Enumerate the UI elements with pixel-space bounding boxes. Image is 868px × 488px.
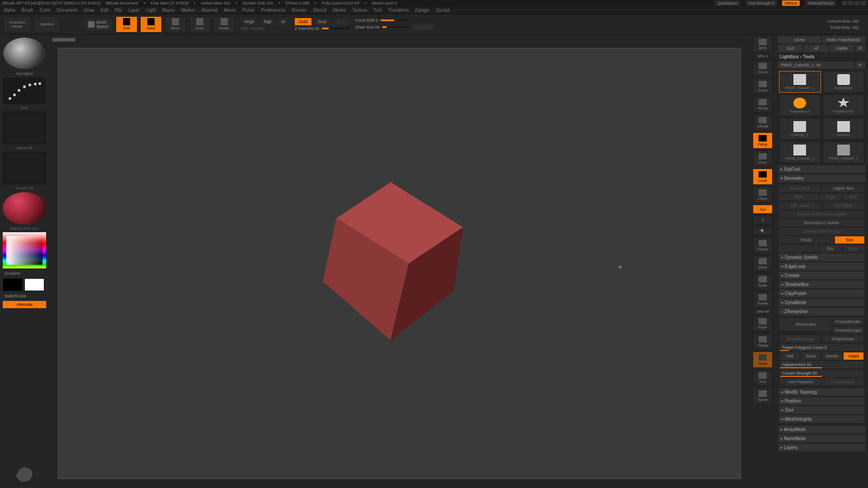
use-polypaint-button[interactable]: Use Polypaint xyxy=(780,378,821,385)
adaptive-size-slider[interactable]: AdaptiveSize 50 xyxy=(780,361,863,368)
menu-render[interactable]: Render xyxy=(292,8,307,13)
spix-slider[interactable]: SPix 3 xyxy=(753,54,773,58)
tool-thumb[interactable]: PM3D_Cube3D_1 xyxy=(779,71,821,93)
menu-color[interactable]: Color xyxy=(40,8,51,13)
tool-r-button[interactable]: R xyxy=(855,61,865,69)
subtool-section[interactable]: SubTool xyxy=(778,165,865,173)
zoom-button[interactable]: Zoom xyxy=(753,78,773,94)
menu-zscript[interactable]: Zscript xyxy=(436,8,449,13)
menu-transform[interactable]: Transform xyxy=(388,8,408,13)
menu-file[interactable]: File xyxy=(115,8,122,13)
transp-button[interactable]: Transp xyxy=(753,333,773,350)
center-button[interactable]: ⊙ xyxy=(753,216,773,225)
menu-brush[interactable]: Brush xyxy=(22,8,33,13)
draw-size-slider[interactable]: Draw Size 64 xyxy=(355,25,380,29)
dynamesh-section[interactable]: DynaMesh xyxy=(779,299,864,306)
cage-button[interactable]: Cage xyxy=(820,193,841,201)
divide-button[interactable]: Divide xyxy=(779,236,834,244)
rotate-view-button[interactable]: Rotate xyxy=(753,291,773,308)
persp-button[interactable]: Persp xyxy=(753,132,773,149)
main-color-swatch[interactable] xyxy=(3,278,23,291)
lsym-button[interactable]: LSym xyxy=(753,187,773,203)
tool-thumb[interactable]: SimpleBrush xyxy=(779,94,821,116)
del-lower-button[interactable]: Del Lower xyxy=(779,202,821,209)
xyz-button[interactable]: Xyz xyxy=(753,205,773,214)
half-button[interactable]: Half xyxy=(780,352,800,360)
menu-material[interactable]: Material xyxy=(202,8,218,13)
goz-button[interactable]: GoZ xyxy=(778,45,802,52)
sdiv-slider[interactable]: SDiv xyxy=(779,193,818,201)
solo-button[interactable]: Solo xyxy=(753,370,773,386)
defaultzscript-button[interactable]: DefaultZScript xyxy=(805,0,836,6)
edgeloop-section[interactable]: EdgeLoop xyxy=(779,263,864,270)
keepgroups-button[interactable]: KeepGroups xyxy=(822,335,863,343)
tool-thumb[interactable]: Cube3D xyxy=(823,118,865,140)
quicksketch-button[interactable]: Quick Sketch xyxy=(84,18,113,31)
menu-draw[interactable]: Draw xyxy=(84,8,94,13)
higher-res-button[interactable]: Higher Res xyxy=(822,185,864,192)
zcut-button[interactable]: Zcut xyxy=(333,18,349,25)
texture-preview[interactable] xyxy=(3,152,46,184)
menu-marker[interactable]: Marker xyxy=(181,8,195,13)
menu-stroke[interactable]: Stroke xyxy=(333,8,346,13)
position-section[interactable]: Position xyxy=(779,397,864,405)
move-view-button[interactable]: Move xyxy=(753,255,773,272)
double-button[interactable]: Double xyxy=(822,352,842,360)
menu-stencil[interactable]: Stencil xyxy=(313,8,326,13)
size-section[interactable]: Size xyxy=(779,406,864,414)
menu-picker[interactable]: Picker xyxy=(242,8,255,13)
suv-button[interactable]: Suv xyxy=(820,245,841,252)
alpha-preview[interactable] xyxy=(3,112,46,144)
freezeborder-button[interactable]: FreezeBorder xyxy=(833,318,863,325)
menu-alpha[interactable]: Alpha xyxy=(4,8,15,13)
menu-layer[interactable]: Layer xyxy=(128,8,140,13)
brush-preview[interactable] xyxy=(3,37,46,70)
menu-light[interactable]: Light xyxy=(146,8,156,13)
ghost-button[interactable]: Ghost xyxy=(753,352,773,368)
zremesher-section[interactable]: ZRemesher xyxy=(779,308,864,315)
zsub-button[interactable]: Zsub xyxy=(314,18,330,25)
tool-thumb[interactable]: Cylinder3D xyxy=(823,71,865,93)
bpr-button[interactable]: BPR xyxy=(753,36,773,52)
m-button[interactable]: M xyxy=(278,18,289,25)
colordensity-button[interactable]: ColorDensity xyxy=(822,378,863,385)
focal-shift-slider[interactable]: Focal Shift 0 xyxy=(355,18,378,23)
meshintegrity-section[interactable]: MeshIntegrity xyxy=(779,415,864,423)
nanomesh-section[interactable]: NanoMesh xyxy=(778,435,865,442)
lower-res-button[interactable]: Lower Res xyxy=(779,185,821,192)
edit-button[interactable]: Edit xyxy=(116,16,137,33)
stroke-preview[interactable] xyxy=(3,78,46,104)
scroll-button[interactable]: Scroll xyxy=(753,60,773,76)
tool-thumb[interactable]: PolyMesh3D xyxy=(823,94,865,116)
minimize-icon[interactable] xyxy=(848,1,854,5)
arraymesh-section[interactable]: ArrayMesh xyxy=(778,426,865,433)
dynamic-subdiv-section[interactable]: Dynamic Subdiv xyxy=(779,253,864,261)
dynamic-button[interactable]: Dynamic xyxy=(412,23,435,31)
goz-r-button[interactable]: R xyxy=(855,45,865,52)
aahalf-button[interactable]: AAHalf xyxy=(753,114,773,131)
crease-section[interactable]: Crease xyxy=(779,272,864,279)
viewport[interactable]: ✦ xyxy=(58,48,741,479)
menus-button[interactable]: Menus xyxy=(782,0,800,6)
quicksave-button[interactable]: QuickSave xyxy=(715,0,740,6)
smoothgroups-button[interactable]: SmoothGroups xyxy=(780,335,821,343)
freeze-subdiv-button[interactable]: Freeze SubDivision Levels xyxy=(779,211,864,218)
menu-tool[interactable]: Tool xyxy=(373,8,382,13)
del-higher-button[interactable]: Del Higher xyxy=(822,202,864,209)
local-button[interactable]: Local xyxy=(753,169,773,185)
xpose-button[interactable]: Xpose xyxy=(753,388,773,404)
reuv-button[interactable]: ReUV xyxy=(843,245,864,252)
menu-edit[interactable]: Edit xyxy=(101,8,108,13)
scale-view-button[interactable]: Scale xyxy=(753,273,773,290)
tool-thumb[interactable]: Cube3D_1 xyxy=(779,118,821,140)
frame-button[interactable]: Frame xyxy=(753,237,773,253)
modify-topology-section[interactable]: Modify Topology xyxy=(779,388,864,396)
z-intensity-track[interactable] xyxy=(322,28,349,29)
goz-visible-button[interactable]: Visible xyxy=(830,45,854,52)
draw-button[interactable]: Draw xyxy=(140,16,162,33)
zadd-button[interactable]: Zadd xyxy=(295,18,311,25)
tool-thumb[interactable]: PM3D_Cube3D_1 xyxy=(823,141,865,163)
menu-preferences[interactable]: Preferences xyxy=(261,8,286,13)
menu-movie[interactable]: Movie xyxy=(224,8,236,13)
convert-bpr-button[interactable]: Convert BPR To Geo xyxy=(779,228,864,235)
